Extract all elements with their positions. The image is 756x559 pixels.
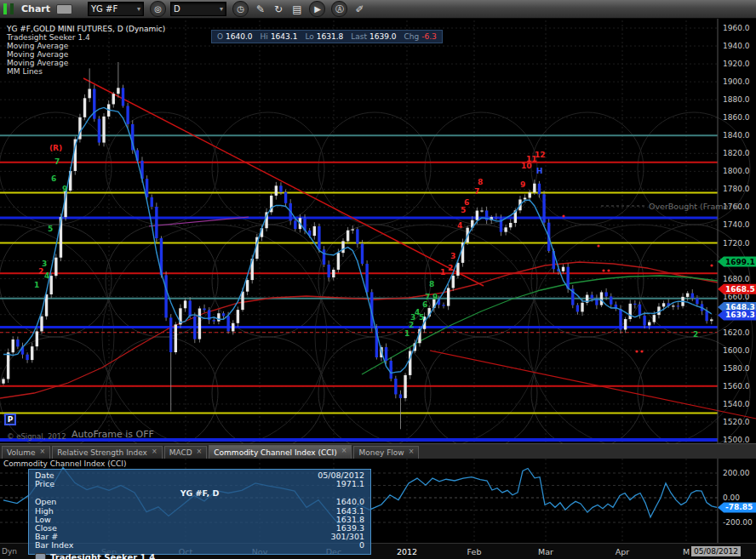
wave-annotation: 8 [478, 178, 483, 186]
cursor-date-tag: 05/08/2012 [691, 546, 741, 556]
symbol-select[interactable]: YG #F▾ [88, 2, 144, 16]
close-icon[interactable]: × [409, 448, 415, 455]
tooltip-value: 1971.1 [336, 480, 364, 488]
quote-strip: O1640.0Hi1643.1Lo1631.8Last1639.0Chg-6.3 [211, 30, 443, 43]
tab-label: Relative Strength Index [57, 448, 147, 457]
tab-volume[interactable]: Volume× [2, 446, 50, 459]
seeker-icon [35, 553, 46, 559]
study-label: Moving Average [7, 50, 165, 59]
eraser-icon: ✐ [355, 3, 364, 15]
chart-badge-icon [56, 4, 72, 14]
wave-annotation: 5 [48, 225, 53, 233]
wave-annotation: 1 [404, 329, 410, 338]
svg-text:1668.5: 1668.5 [725, 285, 755, 294]
tab-label: Volume [7, 448, 35, 457]
y-axis-label: 1560.0 [723, 382, 750, 391]
quote-board-button[interactable]: ▤ [292, 3, 301, 16]
interval-select[interactable]: D▾ [170, 2, 226, 16]
quote-value: 1640.0 [226, 32, 253, 41]
chevron-down-icon: ▾ [137, 5, 140, 13]
study-label: Moving Average [7, 59, 165, 67]
quote-label: Hi [261, 32, 268, 41]
y-axis-label: 1720.0 [723, 239, 750, 248]
quote-label: Chg [404, 32, 420, 41]
dynamic-mode-label: Dyn [2, 547, 17, 556]
tooltip-row: Bar Index0 [35, 541, 364, 550]
overbought-watermark: OverBought (Frame: 6 [649, 202, 739, 211]
eraser-button[interactable]: ✐ [355, 3, 364, 16]
y-axis-label: 1600.0 [723, 346, 750, 355]
chart-application-window: Chart YG #F▾◎D▾◷✎↻▤▶Ⓐ✐ (R)12345678910111… [0, 0, 756, 559]
wave-annotation: 7 [54, 157, 60, 166]
window-title: Chart [21, 3, 50, 14]
tooltip-row: Low1631.8 [35, 516, 364, 524]
copyright-text: © eSignal, 2012 [7, 432, 66, 441]
tab-money-flow[interactable]: Money Flow× [353, 446, 419, 459]
close-icon[interactable]: × [341, 447, 347, 454]
y-axis-label: 1900.0 [723, 77, 750, 86]
tooltip-label: Price [35, 480, 54, 488]
interval-select-value: D [174, 4, 180, 14]
target-button[interactable]: ◎ [150, 1, 166, 17]
cci-axis-label: -200.00 [723, 518, 753, 527]
data-window-tooltip: Date05/08/2012Price1971.1YG #F, DOpen164… [28, 469, 371, 555]
wave-annotation: 3 [42, 260, 47, 268]
wave-annotation: 1 [440, 268, 445, 277]
refresh-button[interactable]: ↻ [274, 3, 283, 16]
quote-value: 1643.1 [271, 32, 298, 41]
play-icon: ▶ [314, 3, 321, 16]
tooltip-value: 0 [359, 541, 364, 550]
y-axis-label: 1880.0 [723, 95, 750, 104]
y-axis-label: 1780.0 [723, 185, 750, 193]
y-axis-label: 1520.0 [723, 418, 750, 426]
clock-icon: ◷ [237, 3, 244, 16]
time-interval-button[interactable]: ◷ [232, 1, 249, 17]
wave-annotation: 2 [448, 264, 453, 272]
tab-commodity-channel-index-cci-[interactable]: Commodity Channel Index (CCI)× [209, 445, 352, 459]
x-axis-label: Feb [467, 547, 482, 556]
study-header: YG #F,GOLD MINI FUTURES, D (Dynamic)Trad… [7, 25, 165, 76]
close-icon[interactable]: × [197, 448, 203, 455]
x-axis-label: M [683, 547, 690, 556]
status-led-dim-icon [10, 3, 14, 14]
svg-text:-78.85: -78.85 [725, 503, 753, 511]
tab-macd[interactable]: MACD× [164, 446, 208, 459]
symbol-select-value: YG #F [91, 4, 117, 14]
pencil-icon: ✎ [256, 3, 265, 15]
p-button[interactable]: P [4, 414, 16, 425]
wave-annotation: 2 [693, 330, 698, 339]
quote-value: 1639.0 [369, 32, 397, 41]
y-axis-label: 1680.0 [723, 275, 750, 283]
auto-button[interactable]: Ⓐ [331, 1, 347, 17]
quote-board-icon: ▤ [292, 3, 301, 15]
target-icon: ◎ [154, 3, 162, 16]
wave-annotation: 5 [461, 206, 466, 214]
draw-button[interactable]: ✎ [256, 3, 265, 16]
play-button[interactable]: ▶ [309, 1, 325, 17]
tab-relative-strength-index[interactable]: Relative Strength Index× [52, 446, 162, 459]
x-axis-label: 2012 [397, 547, 417, 556]
wave-annotation: 4 [44, 271, 49, 280]
tooltip-symbol-title: YG #F, D [35, 488, 364, 498]
wave-annotation: 7 [474, 187, 479, 196]
autoframe-status: AutoFrame is OFF [72, 429, 154, 440]
toolbar: Chart YG #F▾◎D▾◷✎↻▤▶Ⓐ✐ [0, 0, 756, 19]
quote-label: Lo [305, 32, 313, 41]
tooltip-row: Bar #301/301 [35, 533, 364, 541]
wave-annotation: 3 [450, 252, 455, 260]
wave-annotation: 4 [457, 221, 462, 230]
quote-value: -6.3 [421, 32, 437, 41]
chevron-down-icon: ▾ [220, 5, 223, 13]
seeker-footer-label: Tradesight Seeker 1.4 [50, 553, 155, 559]
tooltip-row: Price1971.1 [35, 480, 364, 488]
seeker-footer: Tradesight Seeker 1.4 [35, 553, 364, 559]
cci-axis-label: 200.00 [723, 469, 750, 477]
svg-text:1699.1: 1699.1 [725, 258, 755, 266]
close-icon[interactable]: × [152, 448, 158, 455]
y-axis-label: 1820.0 [723, 149, 750, 157]
wave-annotation: 12 [535, 151, 546, 159]
indicator-tab-bar: Volume×Relative Strength Index×MACD×Comm… [0, 443, 756, 459]
close-icon[interactable]: × [39, 448, 45, 455]
wave-annotation: 9 [62, 185, 67, 193]
wave-annotation: 6 [51, 174, 56, 183]
